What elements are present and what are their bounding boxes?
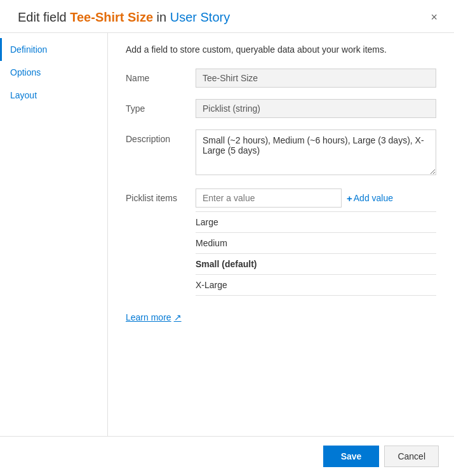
list-item: Medium [196,233,436,254]
dialog-body: Definition Options Layout Add a field to… [0,33,454,436]
external-link-icon: ↗ [174,312,182,322]
dialog-title: Edit field Tee-Shirt Size in User Story [18,10,230,25]
sidebar-item-layout[interactable]: Layout [0,84,107,107]
name-input[interactable] [196,69,436,88]
description-input-wrapper: Small (~2 hours), Medium (~6 hours), Lar… [196,129,436,177]
section-description: Add a field to store custom, queryable d… [126,44,436,55]
type-input-wrapper [196,99,436,118]
name-input-wrapper [196,69,436,88]
list-item: Large [196,212,436,233]
picklist-items-list: Large Medium Small (default) X-Large [196,211,436,296]
dialog-header: Edit field Tee-Shirt Size in User Story … [0,0,454,33]
name-label: Name [126,69,196,83]
picklist-value-input[interactable] [196,188,342,208]
list-item-default: Small (default) [196,254,436,275]
picklist-label: Picklist items [126,188,196,203]
add-value-button[interactable]: + Add value [347,193,393,204]
title-prefix: Edit field [18,10,70,24]
close-button[interactable]: × [427,10,441,24]
sidebar-item-definition[interactable]: Definition [0,38,107,61]
description-textarea[interactable]: Small (~2 hours), Medium (~6 hours), Lar… [196,129,436,175]
title-middle: in [153,10,170,24]
title-context: User Story [170,10,230,24]
sidebar: Definition Options Layout [0,33,108,436]
description-label: Description [126,129,196,144]
picklist-content: + Add value Large Medium Small (default) [196,188,436,296]
description-field-row: Description Small (~2 hours), Medium (~6… [126,129,436,177]
main-content: Add a field to store custom, queryable d… [108,33,454,436]
title-field: Tee-Shirt Size [70,10,153,24]
sidebar-item-options[interactable]: Options [0,61,107,84]
learn-more-label: Learn more [126,312,171,322]
name-field-row: Name [126,69,436,88]
type-input[interactable] [196,99,436,118]
learn-more-link[interactable]: Learn more ↗ [126,312,182,322]
type-field-row: Type [126,99,436,118]
picklist-input-row: + Add value [196,188,436,208]
type-label: Type [126,99,196,114]
cancel-button[interactable]: Cancel [384,446,439,467]
save-button[interactable]: Save [323,446,380,467]
dialog-footer: Save Cancel [0,436,454,476]
list-item: X-Large [196,275,436,296]
picklist-section: Picklist items + Add value Large [126,188,436,296]
plus-icon: + [347,193,352,204]
add-value-label: Add value [354,193,393,203]
edit-field-dialog: Edit field Tee-Shirt Size in User Story … [0,0,454,476]
